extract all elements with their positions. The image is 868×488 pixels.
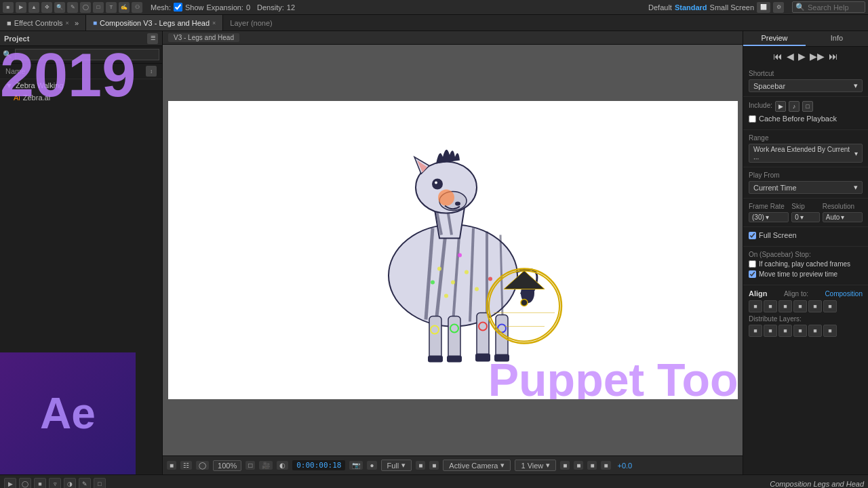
tl-btn-1[interactable]: ▶ [4,478,16,489]
tab-close-comp[interactable]: × [212,20,216,26]
align-bottom-btn[interactable]: ■ [823,300,837,312]
align-top-btn[interactable]: ■ [793,300,807,312]
file-sort-icon[interactable]: ↕ [146,66,157,77]
cache-checkbox[interactable] [749,115,756,123]
tl-btn-2[interactable]: ◯ [19,478,31,489]
views-dropdown[interactable]: 1 View▾ [515,460,556,471]
vp-btn-e[interactable]: ■ [574,461,583,470]
vp-btn-grid[interactable]: ☷ [180,461,192,470]
svg-point-14 [435,182,437,184]
vp-btn-c[interactable]: ■ [429,461,439,470]
tl-btn-3[interactable]: ■ [34,478,46,489]
vp-btn-mask[interactable]: ◯ [196,461,209,470]
tab-preview[interactable]: Preview [743,31,806,46]
density-label: Density: [257,3,284,12]
tool-btn-5[interactable]: 🔍 [54,2,65,13]
mesh-show-label: Show [185,3,204,12]
vp-btn-g[interactable]: ■ [601,461,610,470]
fullscreen-checkbox[interactable] [749,232,756,239]
tool-btn-2[interactable]: ▶ [16,2,26,13]
search-input[interactable] [808,3,862,12]
svg-point-33 [431,281,435,285]
align-center-h-btn[interactable]: ■ [764,300,777,312]
tool-btn-6[interactable]: ✎ [67,2,78,13]
zoom-display[interactable]: 100% [213,460,241,471]
dist-left-btn[interactable]: ■ [749,325,762,337]
ae-logo-text: Ae [40,388,96,439]
ellipsis-icon[interactable]: » [75,19,79,27]
range-dropdown[interactable]: Work Area Extended By Current ... ▾ [749,144,863,163]
svg-point-31 [475,287,479,291]
tab-project[interactable]: ■ Effect Controls × » [0,15,86,30]
tab-info[interactable]: Info [806,31,868,46]
project-search-input[interactable] [15,49,159,60]
skip-dropdown[interactable]: 0▾ [791,212,819,222]
vp-btn-fit[interactable]: □ [245,461,255,470]
dist-right-btn[interactable]: ■ [778,325,792,337]
vp-btn-d[interactable]: ■ [560,461,570,470]
audio-include-icon[interactable]: ♪ [789,101,800,112]
expand-icon[interactable]: ⬜ [757,2,770,13]
tl-btn-7[interactable]: □ [94,478,106,489]
tool-btn-8[interactable]: □ [93,2,104,13]
tl-btn-6[interactable]: ✎ [79,478,91,489]
settings-icon[interactable]: ⚙ [773,2,784,13]
play-from-dropdown[interactable]: Current Time ▾ [749,181,863,194]
mesh-show-checkbox[interactable] [174,3,182,12]
align-center-v-btn[interactable]: ■ [808,300,822,312]
tl-btn-4[interactable]: ▿ [49,478,61,489]
tool-btn-9[interactable]: T [106,2,117,13]
list-item-zebra-ai[interactable]: Ai Zebra.ai [0,92,162,104]
tool-btn-3[interactable]: ▲ [28,2,39,13]
offset-display: +0.0 [618,462,633,470]
search-box: 🔍 [792,1,865,13]
vp-btn-screenshot[interactable]: 📷 [349,461,363,470]
prev-frame-btn[interactable]: ◀ [787,51,794,62]
dist-center-h-btn[interactable]: ■ [764,325,777,337]
tool-btn-10[interactable]: ✍ [119,2,130,13]
vp-btn-3d[interactable]: ◐ [277,461,288,470]
tl-btn-5[interactable]: ◑ [64,478,76,489]
view-standard[interactable]: Standard [675,3,707,12]
list-item-zebra-walking[interactable]: ▼ Zebra Walking [0,79,162,92]
align-to-label: Align to: [784,290,808,298]
vp-btn-b[interactable]: ■ [416,461,425,470]
next-frame-btn[interactable]: ▶▶ [810,51,825,62]
tab-close-effect[interactable]: × [66,20,69,26]
play-btn[interactable]: ▶ [798,51,806,62]
include-row: Include: ▶ ♪ □ [749,101,863,112]
skip-last-btn[interactable]: ⏭ [829,51,838,62]
overflow-include-icon[interactable]: □ [802,101,813,112]
svg-point-32 [458,253,462,258]
tool-btn-4[interactable]: ✥ [41,2,52,13]
view-small[interactable]: Small Screen [710,3,754,12]
dist-top-btn[interactable]: ■ [793,325,807,337]
align-left-btn[interactable]: ■ [749,300,762,312]
vp-btn-cam[interactable]: 🎥 [259,461,273,470]
move-time-checkbox[interactable] [749,270,756,278]
tool-btn-7[interactable]: ◯ [80,2,91,13]
dist-bottom-btn[interactable]: ■ [823,325,837,337]
panel-menu-icon[interactable]: ☰ [147,33,158,44]
view-default[interactable]: Default [648,3,672,12]
vp-btn-color[interactable]: ● [367,461,376,470]
vp-btn-snap[interactable]: ■ [167,461,176,470]
tool-btn-1[interactable]: ■ [3,2,14,13]
framerate-dropdown[interactable]: (30)▾ [749,212,789,222]
resolution-dropdown[interactable]: Auto▾ [823,212,863,222]
dist-center-v-btn[interactable]: ■ [808,325,822,337]
quality-dropdown[interactable]: Full▾ [381,460,412,471]
video-include-icon[interactable]: ▶ [775,101,786,112]
camera-dropdown[interactable]: Active Camera▾ [443,460,511,471]
shortcut-dropdown[interactable]: Spacebar ▾ [749,79,863,92]
align-right-btn[interactable]: ■ [778,300,792,312]
cached-frames-checkbox[interactable] [749,260,756,268]
timecode-display: 0:00:00:18 [292,460,345,470]
tool-btn-11[interactable]: ⚇ [132,2,142,13]
tab-composition[interactable]: ■ Composition V3 - Legs and Head × [86,15,223,30]
fullscreen-section: Full Screen [743,227,868,247]
vp-btn-f[interactable]: ■ [587,461,597,470]
skip-first-btn[interactable]: ⏮ [773,51,783,62]
effect-controls-label: Effect Controls [14,19,63,27]
canvas-area[interactable]: Puppet Tool [163,45,743,455]
